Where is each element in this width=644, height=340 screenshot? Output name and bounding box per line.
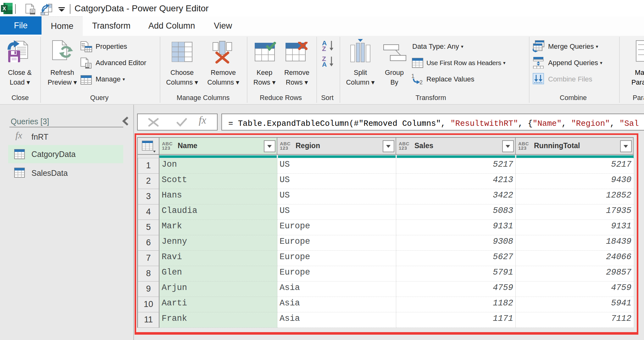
svg-text:A: A	[322, 61, 327, 68]
svg-text:2: 2	[419, 79, 423, 86]
svg-text:X: X	[3, 6, 6, 12]
svg-text:Z: Z	[322, 45, 326, 52]
svg-text:1: 1	[411, 74, 414, 79]
